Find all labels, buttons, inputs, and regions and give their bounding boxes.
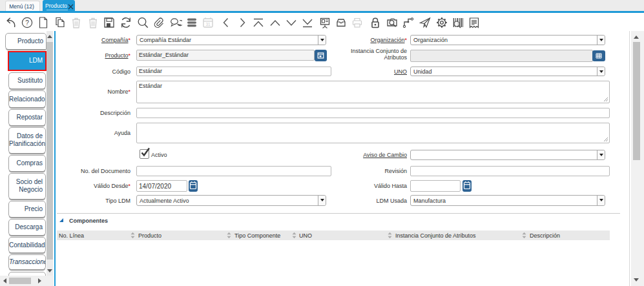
svg-text:?: ? — [25, 19, 29, 26]
svg-text:31: 31 — [205, 22, 211, 26]
